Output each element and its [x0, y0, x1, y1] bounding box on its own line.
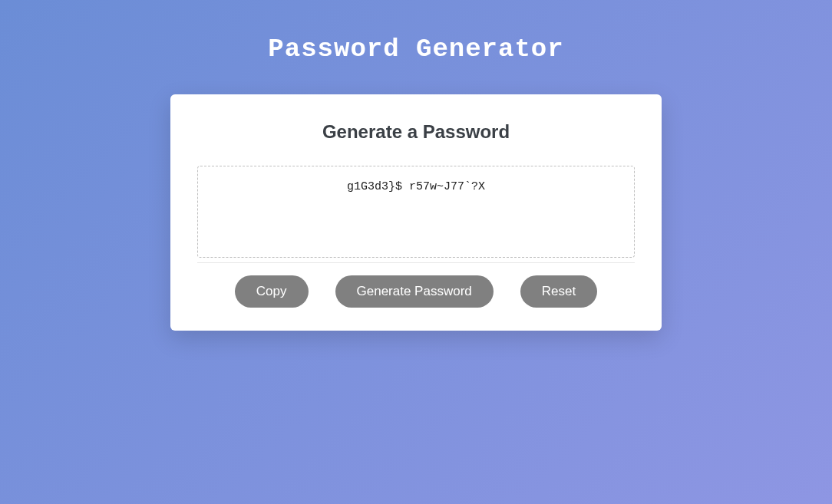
page-title: Password Generator — [0, 35, 832, 64]
divider — [197, 262, 635, 263]
button-row: Copy Generate Password Reset — [197, 275, 635, 308]
password-output[interactable]: g1G3d3}$ r57w~J77`?X — [197, 166, 635, 258]
card-heading: Generate a Password — [197, 121, 635, 143]
reset-button[interactable]: Reset — [520, 275, 597, 308]
generator-card: Generate a Password g1G3d3}$ r57w~J77`?X… — [170, 94, 662, 331]
copy-button[interactable]: Copy — [235, 275, 309, 308]
generate-button[interactable]: Generate Password — [335, 275, 494, 308]
